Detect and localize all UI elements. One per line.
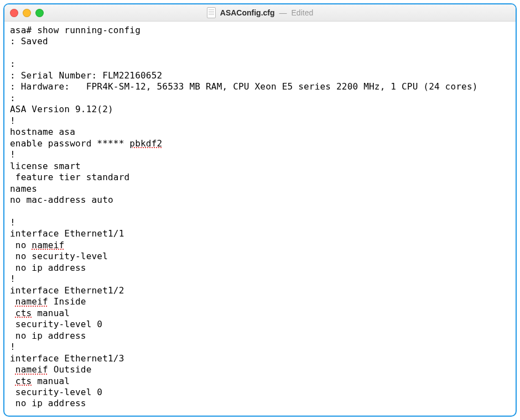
line: : Saved [10,36,48,46]
line: ! [10,149,15,160]
line: nameif Outside [10,364,92,375]
line: nameif Inside [10,296,86,307]
spell-underline: nameif [32,240,64,250]
spell-underline: nameif [15,364,48,375]
line: ! [10,274,15,284]
line: no ip address [10,398,86,408]
line: : [10,93,15,103]
line: ! [10,116,15,126]
config-text[interactable]: asa# show running-config : Saved : : Ser… [10,25,512,410]
spell-underline: pbkdf2 [129,138,162,149]
line: security-level 0 [10,387,102,397]
line: ASA Version 9.12(2) [10,104,113,114]
line: hostname asa [10,127,75,137]
line: no mac-address auto [10,195,113,205]
spell-underline: nameif [15,296,48,307]
line: enable password ***** pbkdf2 [10,138,162,149]
line: license smart [10,161,81,171]
close-icon[interactable] [10,9,18,17]
line: interface Ethernet1/2 [10,285,124,296]
zoom-icon[interactable] [35,9,44,17]
minimize-icon[interactable] [23,9,31,17]
traffic-lights [10,9,44,17]
titlebar: ASAConfig.cfg — Edited [4,4,516,22]
line: : Serial Number: FLM22160652 [10,70,162,81]
line: no security-level [10,251,108,261]
spell-underline: cts [15,376,32,386]
document-icon [207,7,216,18]
line: no ip address [10,262,86,273]
line: : [10,59,15,69]
line: no ip address [10,330,86,341]
line: cts manual [10,308,70,318]
line: ! [10,342,15,352]
line: feature tier standard [10,172,129,182]
editor-window: ASAConfig.cfg — Edited asa# show running… [3,3,517,417]
title-center: ASAConfig.cfg — Edited [4,7,516,18]
line: asa# show running-config [10,25,141,35]
line: interface Ethernet1/1 [10,228,124,239]
line: security-level 0 [10,319,102,329]
line: : Hardware: FPR4K-SM-12, 56533 MB RAM, C… [10,81,478,92]
spell-underline: cts [15,308,32,318]
title-status: Edited [292,8,314,17]
line: interface Ethernet1/3 [10,353,124,364]
editor-area[interactable]: asa# show running-config : Saved : : Ser… [4,22,516,416]
title-separator: — [279,8,287,17]
line: ! [10,217,15,228]
line: cts manual [10,376,70,386]
title-filename: ASAConfig.cfg [220,8,275,17]
line: no nameif [10,240,64,250]
line: names [10,183,37,194]
